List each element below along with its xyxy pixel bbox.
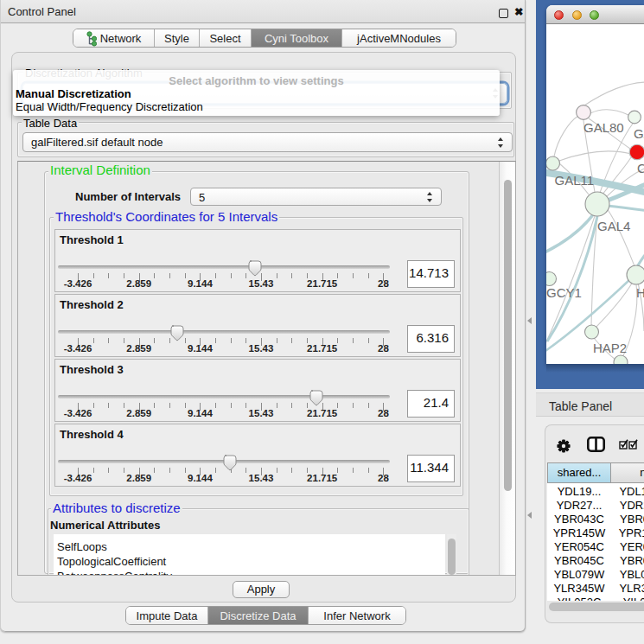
svg-text:GAL80: GAL80 xyxy=(583,120,624,135)
svg-text:GAL4: GAL4 xyxy=(597,219,630,233)
svg-text:GCY1: GCY1 xyxy=(546,285,582,300)
svg-text:GA: GA xyxy=(634,126,644,141)
svg-text:C: C xyxy=(637,161,644,175)
svg-text:HAP2: HAP2 xyxy=(593,341,627,355)
svg-text:GAL11: GAL11 xyxy=(555,173,595,188)
svg-text:H: H xyxy=(636,285,644,300)
